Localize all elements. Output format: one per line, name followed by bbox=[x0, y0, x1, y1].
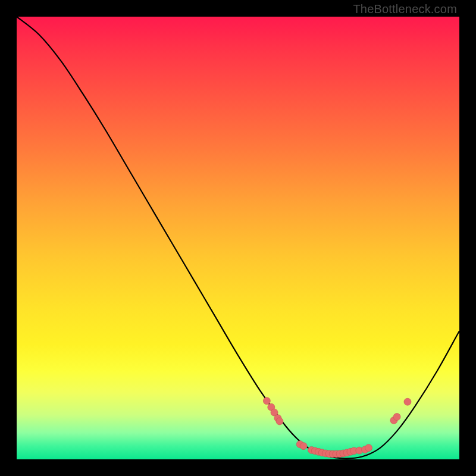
chart-frame: TheBottleneck.com bbox=[0, 0, 476, 476]
data-marker bbox=[365, 444, 372, 452]
data-marker bbox=[276, 418, 283, 425]
bottleneck-curve-path bbox=[17, 17, 459, 459]
plot-area bbox=[17, 17, 459, 459]
credit-label: TheBottleneck.com bbox=[353, 2, 457, 16]
marker-group bbox=[263, 397, 411, 458]
data-marker bbox=[300, 443, 307, 450]
data-marker bbox=[263, 397, 270, 405]
data-marker bbox=[393, 414, 400, 421]
bottleneck-curve-svg bbox=[17, 17, 459, 459]
data-marker bbox=[404, 398, 411, 405]
